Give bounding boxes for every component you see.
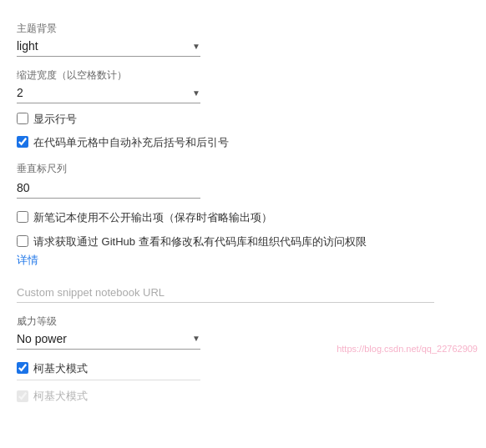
- settings-container: 主题背景 light ▼ 缩进宽度（以空格数计） 2 ▼ 显示行号 在代码单元格…: [0, 0, 486, 420]
- corgi-checkbox[interactable]: [17, 362, 28, 374]
- power-dropdown[interactable]: No power ▼: [17, 332, 200, 350]
- corgi-label[interactable]: 柯基犬模式: [33, 361, 88, 376]
- new-notebook-checkbox[interactable]: [17, 211, 28, 223]
- indent-dropdown[interactable]: 2 ▼: [17, 86, 200, 103]
- vertical-ruler-input[interactable]: [17, 179, 200, 199]
- new-notebook-row: 新笔记本使用不公开输出项（保存时省略输出项）: [17, 210, 469, 225]
- corgi-row: 柯基犬模式: [17, 361, 469, 376]
- vertical-ruler-section: 垂直标尺列: [17, 162, 469, 199]
- watermark: https://blog.csdn.net/qq_22762909: [337, 344, 478, 354]
- corgi-section: 柯基犬模式: [17, 361, 469, 380]
- new-notebook-label[interactable]: 新笔记本使用不公开输出项（保存时省略输出项）: [33, 210, 272, 225]
- github-access-row: 请求获取通过 GitHub 查看和修改私有代码库和组织代码库的访问权限: [17, 234, 469, 249]
- show-line-numbers-row: 显示行号: [17, 112, 469, 127]
- auto-bracket-checkbox[interactable]: [17, 136, 28, 148]
- corgi-divider: [17, 380, 200, 380]
- custom-snippet-section: [17, 284, 469, 303]
- theme-dropdown[interactable]: light ▼: [17, 39, 200, 57]
- theme-label: 主题背景: [17, 22, 469, 36]
- indent-value: 2: [17, 86, 189, 99]
- auto-bracket-label[interactable]: 在代码单元格中自动补充后括号和后引号: [33, 135, 229, 150]
- theme-arrow-icon: ▼: [192, 42, 200, 51]
- power-arrow-icon: ▼: [192, 334, 200, 343]
- power-value: No power: [17, 332, 189, 345]
- show-line-numbers-label[interactable]: 显示行号: [33, 112, 77, 127]
- corgi-disabled-checkbox[interactable]: [17, 390, 28, 402]
- learn-more-link[interactable]: 详情: [17, 254, 38, 266]
- custom-snippet-input[interactable]: [17, 284, 434, 303]
- corgi-disabled-label: 柯基犬模式: [33, 389, 88, 404]
- show-line-numbers-checkbox[interactable]: [17, 113, 28, 124]
- indent-arrow-icon: ▼: [192, 88, 200, 98]
- theme-value: light: [17, 39, 189, 53]
- corgi-disabled-row: 柯基犬模式: [17, 389, 469, 404]
- power-label: 威力等级: [17, 315, 469, 329]
- auto-bracket-row: 在代码单元格中自动补充后括号和后引号: [17, 135, 469, 150]
- github-access-label[interactable]: 请求获取通过 GitHub 查看和修改私有代码库和组织代码库的访问权限: [33, 234, 367, 249]
- github-access-checkbox[interactable]: [17, 235, 28, 247]
- indent-label: 缩进宽度（以空格数计）: [17, 68, 469, 83]
- vertical-ruler-label: 垂直标尺列: [17, 162, 469, 176]
